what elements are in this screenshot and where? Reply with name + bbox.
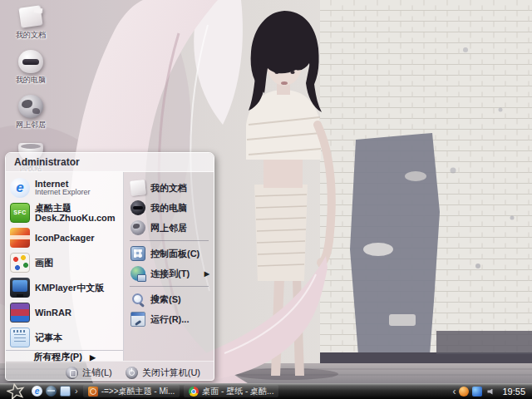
network-globe-icon [131, 220, 145, 235]
start-menu-header: Administrator [6, 153, 214, 172]
my-documents-icon [18, 5, 42, 27]
shutdown-label: 关闭计算机(U) [142, 367, 200, 379]
quick-launch-bar: e › [32, 386, 79, 397]
desktop-icon-label: 网上邻居 [16, 120, 46, 131]
start-button[interactable] [4, 383, 27, 399]
kmplayer-icon [10, 278, 30, 298]
item-label: 我的电脑 [150, 202, 187, 214]
item-label: 网上邻居 [150, 222, 187, 234]
run-icon [131, 312, 145, 327]
start-star-icon [7, 383, 25, 399]
desktop-icon-my-documents[interactable]: 我的文档 [3, 5, 58, 41]
zhuoku-theme-icon: SFC [10, 203, 30, 223]
start-menu-item-internet[interactable]: e Internet Internet Explorer [6, 175, 123, 200]
log-off-icon [66, 367, 78, 379]
taskbar: e › -=>>桌酷主题 - Mi... 桌面 - 壁纸 - 桌酷... ‹ 1… [0, 383, 532, 399]
shutdown-button[interactable]: 关闭计算机(U) [126, 367, 200, 379]
start-menu-footer: 注销(L) 关闭计算机(U) [6, 361, 214, 381]
item-label: 画图 [35, 258, 53, 268]
menu-separator [130, 240, 209, 241]
item-label: KMPlayer中文版 [35, 283, 104, 293]
item-label: IconPackager [35, 233, 95, 243]
submenu-arrow-icon: ▶ [204, 270, 209, 278]
start-menu: Administrator e Internet Internet Explor… [5, 152, 214, 381]
tray-collapse-icon[interactable]: ‹ [452, 387, 456, 397]
start-menu-item-zhuoku-theme[interactable]: SFC 桌酷主题Desk.ZhuoKu.com [6, 200, 123, 225]
start-menu-item-my-computer[interactable]: 我的电脑 [129, 198, 211, 218]
iconpackager-icon [10, 228, 30, 248]
all-programs-arrow-icon: ▶ [90, 353, 96, 362]
item-label: 桌酷主题Desk.ZhuoKu.com [35, 203, 119, 223]
tray-app-orange-icon[interactable] [459, 387, 469, 397]
desktop-icon-label: 我的文档 [16, 30, 46, 41]
start-menu-item-run[interactable]: 运行(R)... [129, 309, 211, 329]
taskbar-task-zhuoku-theme[interactable]: -=>>桌酷主题 - Mi... [83, 385, 180, 397]
item-sublabel: Internet Explorer [35, 189, 91, 197]
quick-launch-ie-icon[interactable]: e [32, 386, 42, 397]
quick-launch-folder-icon[interactable] [60, 386, 71, 397]
log-off-label: 注销(L) [82, 367, 111, 379]
start-menu-item-paint[interactable]: 画图 [6, 250, 123, 275]
desktop-icon-label: 我的电脑 [16, 75, 46, 86]
control-panel-icon [131, 246, 145, 261]
user-name: Administrator [14, 156, 80, 168]
start-menu-body: e Internet Internet Explorer SFC 桌酷主题Des… [6, 172, 214, 361]
search-icon [131, 292, 145, 307]
my-computer-icon [131, 200, 145, 215]
quick-launch-overflow-icon[interactable]: › [74, 387, 79, 396]
desktop: 我的文档 我的电脑 网上邻居 回收站 Administrator e Inter… [0, 0, 532, 399]
connect-to-icon [131, 266, 145, 281]
notepad-icon [10, 328, 30, 347]
internet-explorer-icon: e [10, 178, 30, 198]
item-label: 控制面板(C) [150, 248, 200, 260]
network-globe-icon [18, 95, 43, 118]
paint-icon [10, 253, 30, 273]
all-programs-label: 所有程序(P) [33, 351, 82, 363]
shutdown-icon [126, 367, 138, 379]
volume-icon[interactable] [485, 387, 495, 397]
item-label: 运行(R)... [150, 313, 189, 326]
taskbar-task-wallpaper-page[interactable]: 桌面 - 壁纸 - 桌酷... [184, 385, 278, 397]
my-computer-icon [18, 50, 43, 73]
quick-launch-globe-icon[interactable] [46, 386, 57, 397]
chrome-icon [189, 387, 199, 397]
start-menu-item-winrar[interactable]: WinRAR [6, 300, 123, 325]
tray-messenger-icon[interactable] [472, 387, 482, 397]
menu-separator [130, 286, 209, 287]
my-documents-icon [130, 180, 146, 196]
start-menu-item-connect-to[interactable]: 连接到(T) ▶ [129, 264, 211, 283]
start-menu-item-control-panel[interactable]: 控制面板(C) [129, 244, 211, 264]
item-label: 我的文档 [150, 182, 187, 195]
item-label: 搜索(S) [150, 293, 181, 306]
start-menu-item-kmplayer[interactable]: KMPlayer中文版 [6, 275, 123, 300]
start-menu-item-network-places[interactable]: 网上邻居 [129, 218, 211, 238]
desktop-icon-my-computer[interactable]: 我的电脑 [3, 50, 58, 86]
start-menu-item-search[interactable]: 搜索(S) [129, 289, 211, 309]
winrar-icon [10, 303, 30, 323]
all-programs-button[interactable]: 所有程序(P) ▶ [6, 350, 123, 363]
start-menu-item-iconpackager[interactable]: IconPackager [6, 225, 123, 250]
log-off-button[interactable]: 注销(L) [66, 367, 111, 379]
desktop-icon-network-places[interactable]: 网上邻居 [3, 95, 58, 131]
taskbar-clock[interactable]: 19:55 [499, 387, 528, 397]
item-label: 记事本 [35, 332, 62, 342]
item-label: WinRAR [35, 308, 71, 318]
task-label: 桌面 - 壁纸 - 桌酷... [202, 386, 273, 397]
ie-window-icon [88, 387, 98, 397]
start-menu-item-notepad[interactable]: 记事本 [6, 325, 123, 350]
item-label: 连接到(T) [150, 268, 190, 280]
desktop-icon-list: 我的文档 我的电脑 网上邻居 回收站 [3, 5, 58, 174]
start-menu-places: 我的文档 我的电脑 网上邻居 控制面板(C) 连接到(T) [124, 172, 214, 361]
start-menu-item-my-documents[interactable]: 我的文档 [129, 178, 211, 198]
start-menu-program-list: e Internet Internet Explorer SFC 桌酷主题Des… [6, 172, 124, 361]
task-label: -=>>桌酷主题 - Mi... [101, 386, 175, 397]
system-tray: ‹ 19:55 [452, 387, 528, 397]
